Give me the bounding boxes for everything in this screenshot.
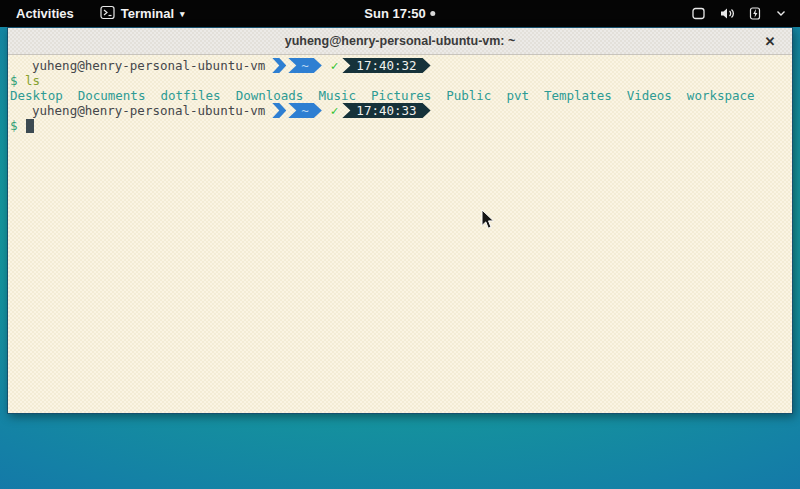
notification-dot-icon bbox=[431, 11, 436, 16]
directory-name: workspace bbox=[687, 88, 755, 103]
activities-button[interactable]: Activities bbox=[12, 4, 78, 23]
directory-name: Videos bbox=[627, 88, 672, 103]
clock-button[interactable]: Sun 17:50 bbox=[364, 6, 435, 21]
prompt-path-segment: ~ bbox=[288, 58, 322, 73]
command-line: $ ls bbox=[10, 73, 790, 88]
prompt-user-host: yuheng@henry-personal-ubuntu-vm bbox=[32, 58, 265, 73]
ls-output-line: DesktopDocumentsdotfilesDownloadsMusicPi… bbox=[10, 88, 790, 103]
terminal-screen[interactable]: yuheng@henry-personal-ubuntu-vm ~ ✓ 17:4… bbox=[8, 55, 792, 413]
terminal-app-icon bbox=[100, 5, 115, 23]
powerline-chevron-icon bbox=[272, 103, 286, 118]
powerline-chevron-icon bbox=[272, 58, 286, 73]
chevron-down-icon bbox=[776, 10, 786, 17]
app-menu-terminal[interactable]: Terminal ▾ bbox=[100, 5, 185, 23]
screen-icon bbox=[691, 6, 706, 21]
directory-name: pvt bbox=[506, 88, 529, 103]
close-icon: ✕ bbox=[765, 34, 776, 49]
check-icon: ✓ bbox=[331, 103, 339, 118]
prompt-line: yuheng@henry-personal-ubuntu-vm ~ ✓ 17:4… bbox=[10, 103, 790, 118]
directory-name: Music bbox=[318, 88, 356, 103]
battery-charging-icon bbox=[748, 6, 763, 21]
input-line: $ bbox=[10, 118, 790, 133]
prompt-dollar: $ bbox=[10, 118, 25, 133]
system-status-area[interactable] bbox=[691, 0, 786, 27]
directory-name: dotfiles bbox=[160, 88, 220, 103]
command-text: ls bbox=[25, 73, 40, 88]
terminal-window: yuheng@henry-personal-ubuntu-vm: ~ ✕ yuh… bbox=[7, 27, 793, 414]
directory-name: Documents bbox=[78, 88, 146, 103]
window-title: yuheng@henry-personal-ubuntu-vm: ~ bbox=[285, 34, 516, 48]
directory-name: Public bbox=[446, 88, 491, 103]
window-titlebar[interactable]: yuheng@henry-personal-ubuntu-vm: ~ ✕ bbox=[8, 28, 792, 55]
prompt-dollar: $ bbox=[10, 73, 25, 88]
clock-label: Sun 17:50 bbox=[364, 6, 425, 21]
close-button[interactable]: ✕ bbox=[758, 28, 782, 55]
prompt-time-segment: 17:40:32 bbox=[342, 58, 430, 73]
directory-name: Templates bbox=[544, 88, 612, 103]
directory-name: Pictures bbox=[371, 88, 431, 103]
directory-name: Desktop bbox=[10, 88, 63, 103]
app-menu-label: Terminal bbox=[121, 6, 174, 21]
prompt-user-host: yuheng@henry-personal-ubuntu-vm bbox=[32, 103, 265, 118]
top-bar: Activities Terminal ▾ Sun 17:50 bbox=[0, 0, 800, 27]
text-cursor-block bbox=[26, 119, 34, 133]
chevron-down-icon: ▾ bbox=[180, 9, 185, 19]
directory-name: Downloads bbox=[236, 88, 304, 103]
prompt-time-segment: 17:40:33 bbox=[342, 103, 430, 118]
prompt-line: yuheng@henry-personal-ubuntu-vm ~ ✓ 17:4… bbox=[10, 58, 790, 73]
volume-icon bbox=[719, 6, 735, 21]
check-icon: ✓ bbox=[331, 58, 339, 73]
prompt-path-segment: ~ bbox=[288, 103, 322, 118]
